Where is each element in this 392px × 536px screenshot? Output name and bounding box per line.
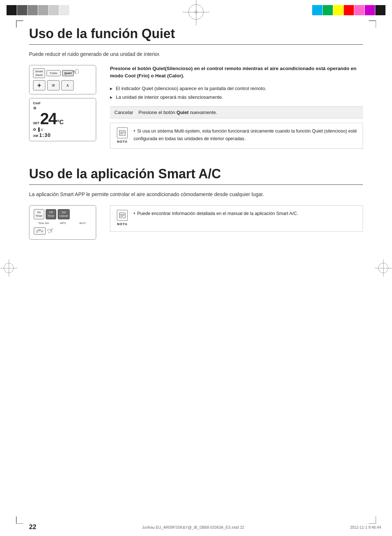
footer-date: 2012-11-1 9:46:44 bbox=[350, 525, 381, 529]
set-cancel-btn: SetCancel bbox=[58, 209, 70, 219]
nota-label-2: NOTA bbox=[117, 222, 128, 227]
smart-saver-btn: SmartSaver bbox=[33, 68, 45, 78]
remote2-btns-row: OnTimer OffTimer SetCancel bbox=[34, 209, 91, 219]
color-block-red bbox=[344, 5, 354, 15]
section1-title: Uso de la función Quiet bbox=[29, 26, 363, 45]
nota-icon-1: NOTA bbox=[115, 127, 129, 144]
nota-icon-2: NOTA bbox=[115, 210, 129, 227]
color-block-5 bbox=[49, 5, 59, 15]
color-block-black bbox=[375, 5, 385, 15]
section1-right-content: Presione el botón Quiet(Silencioso) en e… bbox=[110, 65, 363, 149]
finger2-icon: ☞ bbox=[46, 226, 56, 236]
remote2-labels-row: Time Set WPS Wi-Fi bbox=[34, 222, 91, 225]
bullet-1: El indicador Quiet (silencioso) aparece … bbox=[110, 85, 363, 93]
on-timer-btn: OnTimer bbox=[34, 209, 44, 219]
color-block-yellow bbox=[333, 5, 343, 15]
wifi-label: Wi-Fi bbox=[73, 222, 91, 225]
color-block-cyan bbox=[312, 5, 322, 15]
degree-symbol: °C bbox=[57, 119, 64, 126]
color-block-2 bbox=[17, 5, 27, 15]
quiet-bullets: El indicador Quiet (silencioso) aparece … bbox=[110, 85, 363, 102]
turbo-btn: Turbo bbox=[46, 70, 61, 77]
section2: Uso de la aplicación Smart A/C La aplica… bbox=[29, 166, 363, 240]
remote2-top: OnTimer OffTimer SetCancel Time Set WPS … bbox=[29, 205, 96, 240]
footer-filename: Junfrau EU_AR09FSSK&Y@_IB_DB68-03363A_ES… bbox=[142, 525, 244, 529]
nota-text-1: Si usa un sistema Multi-system, esta fun… bbox=[134, 127, 358, 142]
section2-right-content: NOTA Puede encontrar información detalla… bbox=[110, 205, 363, 240]
smart-ac-body: OnTimer OffTimer SetCancel Time Set WPS … bbox=[29, 205, 363, 240]
time-display: 1:30 bbox=[39, 132, 51, 138]
color-block-3 bbox=[28, 5, 38, 15]
2ndf-btn: 2nd F bbox=[34, 227, 46, 235]
temperature-display: 24 bbox=[40, 111, 57, 127]
up-btn: ∧ bbox=[61, 80, 74, 90]
nota-box-1: NOTA Si usa un sistema Multi-system, est… bbox=[110, 123, 363, 149]
remote-illustration-2: OnTimer OffTimer SetCancel Time Set WPS … bbox=[29, 205, 100, 240]
color-block-green bbox=[323, 5, 333, 15]
nota-text-2: Puede encontrar información detallada en… bbox=[134, 210, 298, 218]
bullet-2: La unidad de interior operará más silenc… bbox=[110, 94, 363, 101]
quiet-word: Quiet bbox=[176, 110, 188, 115]
off-timer-btn: OffTimer bbox=[46, 209, 56, 219]
plus-btn: + bbox=[33, 80, 45, 90]
remote2-2ndf-row: 2nd F ☞ bbox=[34, 226, 91, 236]
am-label: AM bbox=[33, 134, 38, 138]
color-block-1 bbox=[7, 5, 17, 15]
time-set-label: Time Set bbox=[34, 222, 53, 225]
cancelar-text2: nuevamente. bbox=[189, 110, 217, 115]
mode-btn: ≋ bbox=[47, 80, 60, 90]
nota-icon-img-2 bbox=[117, 210, 128, 221]
color-block-4 bbox=[38, 5, 48, 15]
section2-subtitle: La aplicación Smart APP le permite contr… bbox=[29, 191, 363, 197]
cancelar-text: Presione el botón bbox=[138, 110, 176, 115]
color-block-magenta bbox=[365, 5, 375, 15]
section1-subtitle: Puede reducir el ruido generado de una u… bbox=[29, 51, 363, 57]
page-footer: 22 Junfrau EU_AR09FSSK&Y@_IB_DB68-03363A… bbox=[0, 523, 392, 531]
color-block-6 bbox=[59, 5, 69, 15]
nota-box-2: NOTA Puede encontrar información detalla… bbox=[110, 205, 363, 231]
cancelar-box: Cancelar Presione el botón Quiet nuevame… bbox=[110, 106, 363, 118]
cool-label: Cool bbox=[33, 101, 92, 105]
set-label: SET bbox=[33, 121, 40, 125]
color-block-pink bbox=[354, 5, 364, 15]
nota-label-1: NOTA bbox=[117, 139, 128, 144]
remote-illustration-1: SmartSaver Turbo Quiet ☞ + ≋ ∧ Cool ❄ SE… bbox=[29, 65, 100, 149]
cancelar-label: Cancelar bbox=[114, 110, 133, 115]
quiet-description: Presione el botón Quiet(Silencioso) en e… bbox=[110, 65, 363, 80]
section2-title: Uso de la aplicación Smart A/C bbox=[29, 166, 363, 185]
nota-icon-img-1 bbox=[117, 127, 128, 138]
wps-label: WPS bbox=[54, 222, 72, 225]
lcd-display: Cool ❄ SET 24 °C ✿ ▐ ||| AM 1:30 bbox=[29, 98, 96, 141]
page-number: 22 bbox=[11, 523, 36, 531]
lcd-icons: ✿ ▐ ||| bbox=[33, 127, 92, 131]
